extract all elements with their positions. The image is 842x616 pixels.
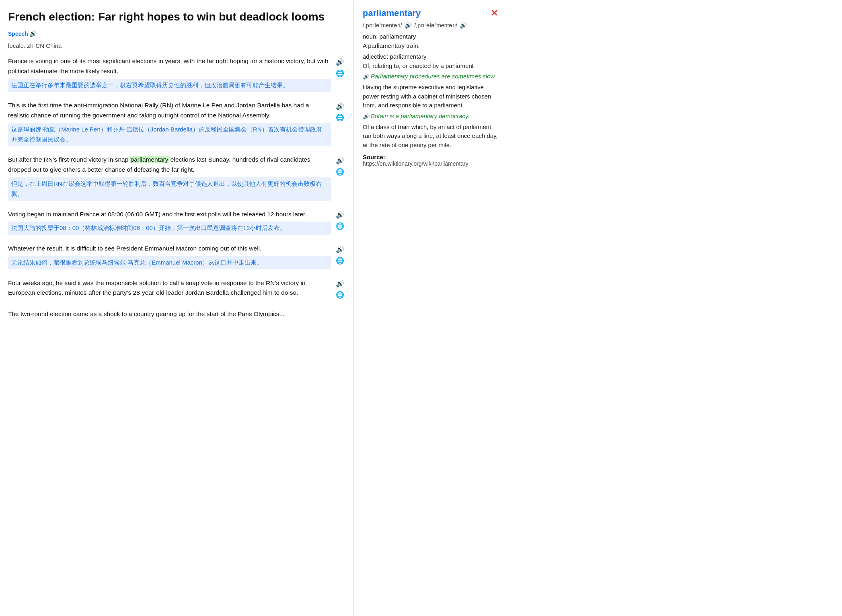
en-text-3-before: But after the RN's first-round victory i…	[8, 156, 130, 163]
zh-text-5: 无论结果如何，都很难看到总统埃马纽埃尔·马克龙（Emmanuel Macron）…	[8, 256, 331, 269]
example-text-1: Parliamentary procedures are sometimes s…	[371, 73, 496, 80]
pronunciation1: /ˌpɑːləˈmentəri/	[363, 22, 402, 29]
speaker-icon-3[interactable]: 🔊	[335, 156, 345, 165]
paragraph-block-6: Four weeks ago, he said it was the respo…	[8, 278, 345, 301]
dict-header: parliamentary ✕	[363, 8, 498, 18]
dict-source-label: Source:	[363, 154, 498, 160]
speech-label: Speech	[8, 31, 28, 37]
zh-text-2: 这是玛丽娜·勒庞（Marine Le Pen）和乔丹·巴德拉（Jordan Ba…	[8, 123, 331, 146]
article-title: French election: Far right hopes to win …	[8, 10, 324, 24]
en-text-1: France is voting in one of its most sign…	[8, 56, 331, 76]
en-text-6: Four weeks ago, he said it was the respo…	[8, 278, 331, 298]
dict-word: parliamentary	[363, 8, 421, 18]
paragraph-block-1: France is voting in one of its most sign…	[8, 56, 345, 92]
dict-def1: A parliamentary train.	[363, 41, 498, 51]
pronunciation2: /ˌpɑːələˈmentəri/	[415, 22, 458, 29]
parliamentary-highlight[interactable]: parliamentary	[130, 156, 169, 163]
dict-pronunciation: /ˌpɑːləˈmentəri/ 🔊 /ˌpɑːələˈmentəri/ 🔊	[363, 22, 498, 29]
paragraph-block-7: The two-round election came as a shock t…	[8, 309, 345, 322]
dict-def4: Of a class of train which, by an act of …	[363, 123, 498, 150]
dict-example2: 🔊 Britain is a parliamentary democracy.	[363, 113, 498, 119]
speaker-icon-4[interactable]: 🔊	[335, 210, 345, 220]
globe-icon-6[interactable]: 🌐	[335, 290, 345, 300]
dict-pos1: noun: parliamentary	[363, 33, 498, 40]
speech-icon: 🔊	[29, 30, 37, 37]
en-text-2: This is the first time the anti-immigrat…	[8, 101, 331, 121]
paragraph-block-2: This is the first time the anti-immigrat…	[8, 101, 345, 146]
globe-icon-5[interactable]: 🌐	[335, 256, 345, 265]
en-text-3: But after the RN's first-round victory i…	[8, 155, 331, 175]
globe-icon-2[interactable]: 🌐	[335, 113, 345, 122]
dict-source-url[interactable]: https://en.wiktionary.org/wiki/parliamen…	[363, 160, 498, 167]
dict-def2: Of, relating to, or enacted by a parliam…	[363, 62, 498, 71]
speaker-icon-5[interactable]: 🔊	[335, 244, 345, 254]
example-text-2: Britain is a parliamentary democracy.	[371, 113, 470, 119]
main-content: French election: Far right hopes to win …	[0, 0, 354, 616]
speaker-icon-6[interactable]: 🔊	[335, 279, 345, 289]
speaker-icon-2[interactable]: 🔊	[335, 101, 345, 111]
zh-text-4: 法国大陆的投票于08：00（格林威治标准时间06：00）开始，第一次出口民意调查…	[8, 222, 331, 235]
dictionary-panel: parliamentary ✕ /ˌpɑːləˈmentəri/ 🔊 /ˌpɑː…	[354, 0, 507, 616]
globe-icon-1[interactable]: 🌐	[335, 68, 345, 78]
globe-icon-3[interactable]: 🌐	[335, 167, 345, 177]
pron-speaker-icon[interactable]: 🔊	[405, 22, 412, 29]
locale-line: locale: zh-CN China	[8, 42, 345, 49]
example-icon-2[interactable]: 🔊	[363, 113, 369, 119]
dict-pos2: adjective: parliamentary	[363, 53, 498, 60]
en-text-5: Whatever the result, it is difficult to …	[8, 244, 331, 254]
pron-speaker-icon2[interactable]: 🔊	[460, 22, 467, 29]
speech-badge[interactable]: Speech 🔊	[8, 30, 37, 37]
speaker-icon-1[interactable]: 🔊	[335, 57, 345, 67]
example-icon-1[interactable]: 🔊	[363, 74, 369, 80]
en-text-4: Voting began in mainland France at 08:00…	[8, 209, 331, 220]
dict-close-button[interactable]: ✕	[491, 8, 498, 18]
paragraph-block-4: Voting began in mainland France at 08:00…	[8, 209, 345, 235]
paragraph-block-3: But after the RN's first-round victory i…	[8, 155, 345, 200]
globe-icon-4[interactable]: 🌐	[335, 222, 345, 231]
en-text-7: The two-round election came as a shock t…	[8, 309, 331, 319]
zh-text-1: 法国正在举行多年来最重要的选举之一，极右翼希望取得历史性的胜利，但政治僵局更有可…	[8, 79, 331, 92]
zh-text-3: 但是，在上周日RN在议会选举中取得第一轮胜利后，数百名竞争对手候选人退出，以使其…	[8, 177, 331, 201]
dict-example1: 🔊 Parliamentary procedures are sometimes…	[363, 73, 498, 80]
paragraph-block-5: Whatever the result, it is difficult to …	[8, 244, 345, 269]
dict-def3: Having the supreme executive and legisla…	[363, 83, 498, 110]
